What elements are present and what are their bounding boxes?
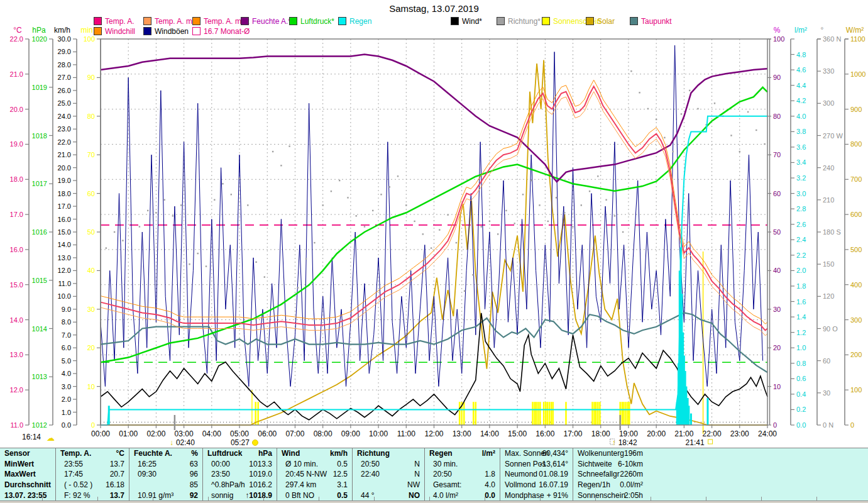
svg-text:60: 60 xyxy=(87,190,95,197)
svg-text:40: 40 xyxy=(773,267,781,274)
svg-text:2.8: 2.8 xyxy=(796,205,806,213)
svg-text:%: % xyxy=(774,26,781,35)
cell-label: Richtung xyxy=(357,448,390,459)
cell-value: + 91% xyxy=(547,490,568,501)
svg-text:0.8: 0.8 xyxy=(796,360,806,367)
stats-cell: Schneefallgr2260m xyxy=(573,469,868,480)
svg-text:11.0: 11.0 xyxy=(10,421,23,429)
svg-text:300: 300 xyxy=(823,99,834,107)
cell-value: 12.5 xyxy=(333,469,348,480)
svg-text:1.0: 1.0 xyxy=(62,409,71,416)
svg-text:20: 20 xyxy=(773,344,781,351)
svg-text:19:00: 19:00 xyxy=(619,429,638,438)
stats-col-temp: Temp. A.°C23:5513.717:4520.7( - 0.52 )16… xyxy=(55,448,129,501)
stats-cell: Sichtweite6-10km xyxy=(573,459,868,470)
svg-text:30.0: 30.0 xyxy=(58,35,71,43)
bottom-strip xyxy=(0,500,868,503)
svg-text:1012: 1012 xyxy=(32,421,47,429)
cell-value: N xyxy=(414,459,420,470)
stats-table: SensorMinWertMaxWertDurchschnitt13.07. 2… xyxy=(0,448,868,501)
cell-value: 6-10km xyxy=(618,459,643,470)
page-tick xyxy=(651,497,651,500)
svg-text:700: 700 xyxy=(850,175,862,183)
svg-text:21:00: 21:00 xyxy=(674,429,693,438)
cell-value: N xyxy=(414,469,420,480)
svg-text:23.0: 23.0 xyxy=(58,125,71,133)
cell-label: Ø 10 min. xyxy=(285,459,318,470)
svg-text:29.0: 29.0 xyxy=(58,48,71,55)
cell-value: % xyxy=(191,448,198,459)
cell-label: Wolkenunterg xyxy=(578,448,624,459)
svg-text:10.0: 10.0 xyxy=(58,292,71,300)
cell-label: 0 Bft NO xyxy=(285,490,314,501)
page-tick xyxy=(374,497,375,500)
svg-text:23:00: 23:00 xyxy=(730,429,749,438)
svg-text:90: 90 xyxy=(87,74,95,81)
stats-col-direction: Richtung20:50N22:40NNW44 °NO xyxy=(352,448,424,501)
svg-text:4.0: 4.0 xyxy=(796,113,806,120)
svg-text:30: 30 xyxy=(87,306,95,313)
stats-cell: 20:501.8 xyxy=(425,469,500,480)
svg-text:210: 210 xyxy=(823,196,834,204)
stats-cell: MinWert xyxy=(0,459,55,470)
svg-text:16.0: 16.0 xyxy=(10,246,23,253)
svg-text:06:00: 06:00 xyxy=(258,429,277,438)
svg-text:800: 800 xyxy=(850,140,862,148)
svg-text:02:00: 02:00 xyxy=(146,429,165,438)
stats-cell: Sonnenschein2:05h xyxy=(573,490,868,501)
svg-text:18:42: 18:42 xyxy=(618,438,637,446)
svg-text:2.2: 2.2 xyxy=(796,252,806,259)
svg-text:16.0: 16.0 xyxy=(58,216,71,223)
cell-value: 3.1 xyxy=(337,480,348,490)
svg-text:11:00: 11:00 xyxy=(397,429,415,438)
page-tick xyxy=(429,497,430,500)
cell-value: km/h xyxy=(330,448,348,459)
svg-text:4.6: 4.6 xyxy=(796,66,806,74)
cell-value: 92 xyxy=(190,490,198,501)
svg-text:0.4: 0.4 xyxy=(796,390,806,398)
svg-text:28.0: 28.0 xyxy=(58,61,71,69)
svg-text:3.0: 3.0 xyxy=(62,383,71,390)
cell-value: 60,434° xyxy=(542,448,568,459)
svg-text:17.0: 17.0 xyxy=(58,202,71,210)
svg-text:20.0: 20.0 xyxy=(58,164,71,172)
svg-text:16:14: 16:14 xyxy=(22,433,41,441)
svg-text:16:00: 16:00 xyxy=(536,429,554,438)
svg-text:km/h: km/h xyxy=(54,26,70,35)
svg-text:05:00: 05:00 xyxy=(230,429,249,438)
stats-col-astro: Max. Sonnen60,434°Sonnen Pos-13,614°Neum… xyxy=(500,448,573,501)
cell-label: 13.07. 23:55 xyxy=(4,490,47,501)
svg-text:14.0: 14.0 xyxy=(10,316,23,324)
svg-text:03:00: 03:00 xyxy=(175,429,194,438)
svg-text:07:00: 07:00 xyxy=(285,429,304,438)
cell-label: Luftdruck xyxy=(207,448,242,459)
svg-text:10:00: 10:00 xyxy=(369,429,388,438)
stats-cell: 23:5513.7 xyxy=(56,459,129,470)
cell-label: Gesamt: xyxy=(433,480,461,490)
cell-label: ^0.8hPa/h xyxy=(211,480,245,490)
svg-text:22.0: 22.0 xyxy=(10,35,23,43)
page-tick xyxy=(208,497,209,500)
svg-text:70: 70 xyxy=(87,151,95,158)
stats-cell: Wolkenunterg196m xyxy=(573,448,868,459)
svg-text:0.6: 0.6 xyxy=(796,375,806,382)
svg-text:1.2: 1.2 xyxy=(796,329,806,336)
svg-text:0.0: 0.0 xyxy=(796,421,806,429)
svg-text:25.0: 25.0 xyxy=(58,99,71,107)
cell-value: 2:05h xyxy=(624,490,643,501)
svg-text:3.2: 3.2 xyxy=(796,174,806,182)
svg-text:240: 240 xyxy=(823,164,834,172)
cell-value: 1016.2 xyxy=(249,480,272,490)
cell-label: 4.0 l/m² xyxy=(433,490,458,501)
stats-cell: Windkm/h xyxy=(277,448,352,459)
svg-text:0 N: 0 N xyxy=(823,421,833,429)
stats-cell: 0 Bft NO0.5 xyxy=(277,490,352,501)
svg-text:19.0: 19.0 xyxy=(10,140,23,148)
cell-label: Mondphase xyxy=(505,490,544,501)
svg-text:3.4: 3.4 xyxy=(796,158,806,166)
svg-text:0: 0 xyxy=(773,421,777,429)
cell-value: NW xyxy=(407,480,420,490)
cell-label: 17:45 xyxy=(64,469,83,480)
svg-text:50: 50 xyxy=(773,228,781,236)
svg-text:11.0: 11.0 xyxy=(58,280,71,287)
